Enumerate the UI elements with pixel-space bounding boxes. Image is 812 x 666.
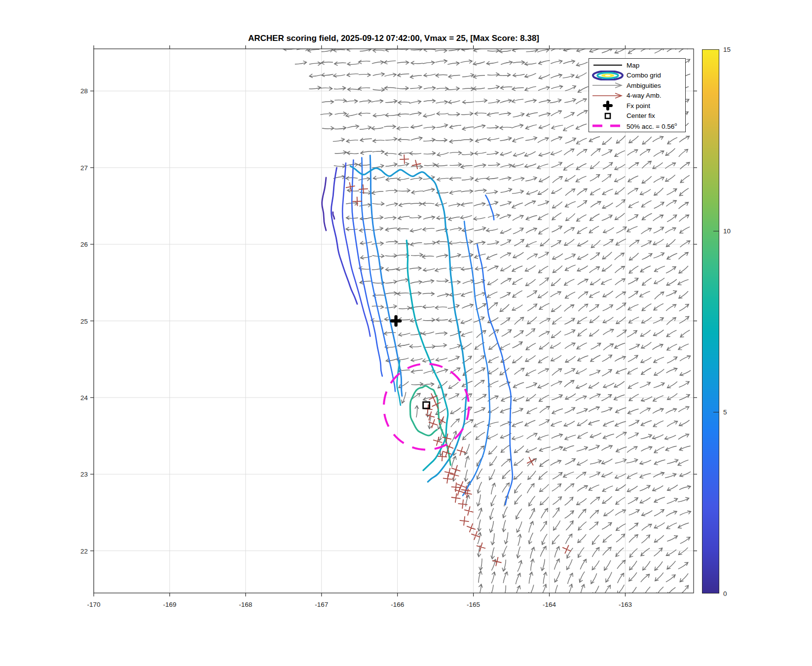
x-tick-label: -167 [315, 601, 328, 608]
fx-point-marker [392, 317, 400, 325]
colorbar-tick-mark [713, 231, 719, 231]
fxplus-legend-icon [589, 101, 627, 111]
y-tick-label: 22 [80, 548, 88, 555]
y-tick-label: 23 [80, 471, 88, 478]
legend: MapCombo gridAmbiguities4-way Amb.Fx poi… [589, 58, 686, 132]
combo-legend-icon [589, 71, 627, 80]
x-tick-label: -169 [163, 601, 176, 608]
square-legend-icon [589, 111, 627, 121]
contour-line [477, 244, 513, 505]
colorbar-tick-mark [713, 412, 719, 412]
y-tick-label: 28 [80, 87, 88, 95]
y-tick-label: 27 [80, 164, 88, 172]
arrow-legend-icon [589, 91, 627, 101]
line-legend-icon [589, 60, 627, 70]
legend-label: Center fix [627, 112, 655, 119]
accuracy-circle [384, 364, 469, 449]
plot-area: -170-169-168-167-166-165-164-16322232425… [0, 0, 812, 666]
legend-row-ambiguities: Ambiguities [589, 80, 685, 90]
legend-label: Fx point [627, 102, 650, 110]
x-tick-label: -170 [87, 601, 100, 608]
legend-row-map: Map [589, 60, 685, 70]
combo-grid-contours [322, 155, 513, 505]
y-tick-label: 24 [80, 394, 88, 402]
legend-row-4-way-amb-: 4-way Amb. [589, 91, 685, 101]
x-tick-label: -163 [619, 601, 632, 608]
colorbar-tick-label: 10 [723, 227, 731, 234]
x-tick-label: -166 [391, 601, 404, 608]
figure: ARCHER scoring field, 2025-09-12 07:42:0… [0, 0, 812, 666]
legend-label: 50% acc. = 0.56o [627, 122, 677, 130]
x-tick-label: -168 [239, 601, 252, 608]
y-tick-label: 25 [80, 318, 88, 325]
x-tick-label: -164 [543, 601, 556, 608]
legend-row-combo-grid: Combo grid [589, 71, 685, 80]
legend-label: Combo grid [627, 72, 661, 79]
colorbar-tick-label: 15 [723, 46, 731, 53]
dashed-legend-icon [589, 121, 627, 131]
legend-row-center-fix: Center fix [589, 111, 685, 121]
legend-label: 4-way Amb. [627, 92, 662, 99]
colorbar [702, 49, 719, 593]
contour-line [322, 178, 326, 230]
legend-label: Ambiguities [627, 82, 661, 89]
legend-row-50-acc-0-56: 50% acc. = 0.56o [589, 121, 685, 131]
contour-line [333, 212, 334, 219]
x-tick-label: -165 [467, 601, 480, 608]
legend-label: Map [627, 62, 639, 69]
arrow-legend-icon [589, 80, 627, 90]
contour-line [352, 160, 382, 376]
legend-row-fx-point: Fx point [589, 101, 685, 111]
contour-line [463, 222, 490, 496]
colorbar-tick-label: 0 [723, 590, 727, 597]
y-tick-label: 26 [80, 241, 88, 248]
colorbar-tick-label: 5 [723, 408, 727, 416]
